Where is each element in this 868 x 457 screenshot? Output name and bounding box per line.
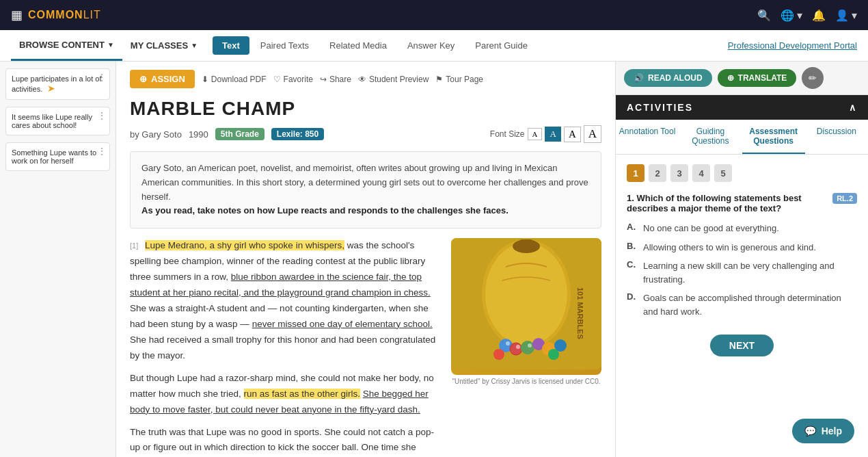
- question-number-4[interactable]: 4: [692, 164, 710, 182]
- article-title: MARBLE CHAMP: [130, 98, 601, 120]
- annotation-menu-icon-1[interactable]: ⋮: [97, 72, 107, 83]
- article-author: by Gary Soto: [130, 129, 182, 140]
- next-button[interactable]: NEXT: [710, 335, 774, 356]
- question-number-5[interactable]: 5: [714, 164, 732, 182]
- answer-letter-a: A.: [627, 222, 638, 232]
- tour-icon: ⚑: [435, 75, 443, 84]
- bell-icon[interactable]: 🔔: [812, 9, 826, 22]
- pencil-icon: ✏: [809, 73, 817, 83]
- myclasses-chevron-icon: ▼: [191, 42, 198, 49]
- tab-guiding-questions[interactable]: Guiding Questions: [679, 120, 742, 154]
- answer-text-b: Allowing others to win is generous and k…: [643, 241, 816, 254]
- font-size-large-button[interactable]: A: [564, 127, 581, 142]
- svg-point-2: [485, 243, 567, 345]
- article-content: ⊕ ASSIGN ⬇ Download PDF ♡ Favorite ↪ Sha…: [116, 62, 615, 457]
- annotations-sidebar: ⋮ Lupe participates in a lot of activiti…: [0, 62, 116, 457]
- heart-icon: ♡: [273, 75, 281, 84]
- speaker-icon: 🔊: [634, 73, 644, 83]
- tour-page-button[interactable]: ⚑ Tour Page: [435, 75, 483, 84]
- article-image: 101 MARBLES: [451, 238, 601, 375]
- download-pdf-button[interactable]: ⬇ Download PDF: [202, 75, 267, 84]
- right-panel: 🔊 READ ALOUD ⊕ TRANSLATE ✏ ACTIVITIES ∧ …: [615, 62, 868, 457]
- translate-button[interactable]: ⊕ TRANSLATE: [718, 69, 797, 87]
- article-text-column: [1] Lupe Medrano, a shy girl who spoke i…: [130, 238, 442, 457]
- eye-icon: 👁: [358, 75, 366, 84]
- tab-parent-guide[interactable]: Parent Guide: [465, 36, 537, 55]
- assign-icon: ⊕: [139, 74, 147, 84]
- answer-option-a[interactable]: A. No one can be good at everything.: [627, 219, 857, 238]
- article-intro-box: Gary Soto, an American poet, novelist, a…: [130, 151, 601, 228]
- edit-button[interactable]: ✏: [802, 67, 824, 89]
- answer-letter-b: B.: [627, 241, 638, 251]
- logo-text: COMMONLIT: [28, 9, 101, 21]
- svg-point-7: [521, 341, 534, 354]
- share-icon: ↪: [320, 75, 327, 84]
- logo-icon: ▦: [11, 8, 23, 23]
- activities-header: ACTIVITIES ∧: [616, 95, 868, 120]
- tab-paired-texts[interactable]: Paired Texts: [251, 36, 318, 55]
- annotation-card-1: ⋮ Lupe participates in a lot of activiti…: [5, 68, 110, 100]
- svg-rect-4: [519, 239, 533, 250]
- answer-option-b[interactable]: B. Allowing others to win is generous an…: [627, 238, 857, 257]
- search-icon[interactable]: 🔍: [757, 9, 771, 22]
- question-number-3[interactable]: 3: [670, 164, 688, 182]
- svg-point-12: [548, 349, 559, 360]
- answer-option-c[interactable]: C. Learning a new skill can be very chal…: [627, 257, 857, 289]
- font-size-xlarge-button[interactable]: A: [584, 125, 601, 143]
- annotation-arrow-icon-1: ➤: [47, 83, 55, 94]
- question-number-nav: 1 2 3 4 5: [627, 164, 857, 182]
- header-icons: 🔍 🌐 ▾ 🔔 👤 ▾: [757, 9, 857, 22]
- activities-tabs: Annotation Tool Guiding Questions Assess…: [616, 120, 868, 155]
- content-tabs: Text Paired Texts Related Media Answer K…: [213, 36, 537, 55]
- paragraph-1: [1] Lupe Medrano, a shy girl who spoke i…: [130, 238, 442, 364]
- article-image-container: 101 MARBLES "Untitled" by Crissy Jarvis …: [451, 238, 601, 457]
- marble-bag-svg: 101 MARBLES: [451, 238, 601, 369]
- student-preview-button[interactable]: 👁 Student Preview: [358, 75, 429, 84]
- tab-text[interactable]: Text: [213, 36, 249, 55]
- answer-option-d[interactable]: D. Goals can be accomplished through det…: [627, 289, 857, 321]
- favorite-button[interactable]: ♡ Favorite: [273, 75, 313, 84]
- font-size-small-button[interactable]: A: [528, 128, 543, 140]
- font-size-medium-button[interactable]: A: [545, 127, 560, 142]
- grade-badge: 5th Grade: [215, 128, 265, 140]
- paragraph-2: But though Lupe had a razor-sharp mind, …: [130, 371, 442, 418]
- question-number-2[interactable]: 2: [649, 164, 666, 182]
- lexile-badge: Lexile: 850: [271, 128, 324, 140]
- browse-content-menu[interactable]: BROWSE CONTENT ▼: [11, 30, 122, 61]
- globe-icon[interactable]: 🌐 ▾: [781, 9, 802, 22]
- annotation-card-2: ⋮ It seems like Lupe really cares about …: [5, 107, 110, 135]
- assign-button[interactable]: ⊕ ASSIGN: [130, 70, 195, 88]
- article-toolbar: ⊕ ASSIGN ⬇ Download PDF ♡ Favorite ↪ Sha…: [130, 70, 601, 88]
- share-button[interactable]: ↪ Share: [320, 75, 351, 84]
- my-classes-menu[interactable]: MY CLASSES ▼: [122, 30, 206, 61]
- svg-point-6: [510, 343, 522, 355]
- dev-portal-link[interactable]: Professional Development Portal: [728, 40, 857, 51]
- font-size-controls: Font Size A A A A: [490, 125, 601, 143]
- right-top-bar: 🔊 READ ALOUD ⊕ TRANSLATE ✏: [616, 62, 868, 95]
- tab-assessment-questions[interactable]: Assessment Questions: [742, 120, 805, 154]
- svg-point-11: [493, 349, 504, 360]
- app-header: ▦ COMMONLIT 🔍 🌐 ▾ 🔔 👤 ▾: [0, 0, 868, 30]
- download-icon: ⬇: [202, 75, 208, 84]
- annotation-menu-icon-2[interactable]: ⋮: [97, 110, 107, 121]
- navbar: BROWSE CONTENT ▼ MY CLASSES ▼ Text Paire…: [0, 30, 868, 62]
- user-icon[interactable]: 👤 ▾: [835, 9, 857, 22]
- read-aloud-button[interactable]: 🔊 READ ALOUD: [624, 69, 712, 87]
- svg-text:101 MARBLES: 101 MARBLES: [576, 287, 584, 339]
- help-button[interactable]: 💬 Help: [792, 419, 854, 443]
- question-block-1: 1. Which of the following statements bes…: [627, 193, 857, 356]
- collapse-icon[interactable]: ∧: [849, 102, 857, 113]
- help-chat-icon: 💬: [804, 426, 816, 436]
- annotation-menu-icon-3[interactable]: ⋮: [97, 146, 107, 157]
- tab-answer-key[interactable]: Answer Key: [398, 36, 464, 55]
- answer-text-c: Learning a new skill can be very challen…: [643, 259, 857, 286]
- question-number-1[interactable]: 1: [627, 164, 645, 182]
- tab-related-media[interactable]: Related Media: [320, 36, 396, 55]
- tab-discussion[interactable]: Discussion: [805, 120, 868, 154]
- svg-point-15: [528, 343, 532, 348]
- answer-text-a: No one can be good at everything.: [643, 222, 779, 235]
- browse-chevron-icon: ▼: [107, 41, 114, 49]
- tab-annotation-tool[interactable]: Annotation Tool: [616, 120, 679, 154]
- logo: ▦ COMMONLIT: [11, 8, 101, 23]
- answer-text-d: Goals can be accomplished through determ…: [643, 291, 857, 318]
